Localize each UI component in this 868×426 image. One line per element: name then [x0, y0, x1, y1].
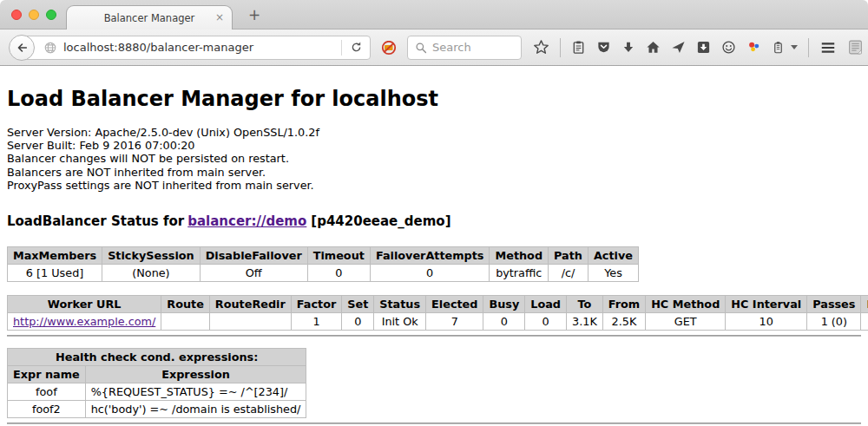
reload-icon	[350, 41, 363, 54]
worker-url-link[interactable]: http://www.example.com/	[13, 315, 155, 328]
table-cell: foof	[8, 383, 86, 400]
column-header: Path	[549, 246, 589, 264]
window-controls	[11, 10, 56, 20]
table-cell: 2.5K	[602, 312, 645, 330]
globe-icon	[43, 41, 57, 55]
tab-title: Balancer Manager	[104, 12, 195, 24]
health-check-title: Health check cond. expressions:	[8, 348, 306, 365]
table-cell: http://www.example.com/	[8, 312, 161, 330]
toolbar-separator	[560, 38, 561, 57]
recent-pages-button[interactable]	[847, 39, 864, 56]
heading-prefix: LoadBalancer Status for	[7, 213, 184, 229]
search-input[interactable]	[432, 41, 510, 54]
address-bar[interactable]	[23, 36, 371, 60]
back-icon	[15, 41, 29, 55]
column-header: Elected	[426, 295, 483, 312]
worker-table-header-row: Worker URL Route RouteRedir Factor Set S…	[8, 295, 868, 312]
table-cell: /c/	[549, 264, 589, 281]
feedback-button[interactable]	[721, 40, 736, 55]
worker-table-row: http://www.example.com/ 1 0 Init Ok 7 0 …	[8, 312, 868, 330]
section-divider	[7, 335, 861, 337]
table-cell: (None)	[102, 264, 201, 281]
container-button[interactable]	[772, 40, 785, 55]
column-header: Set	[342, 295, 374, 312]
table-cell: Off	[200, 264, 307, 281]
table-cell: hc('body') =~ /domain is established/	[85, 400, 306, 417]
search-icon	[415, 42, 427, 54]
pocket-button[interactable]	[596, 40, 611, 55]
downloads-button[interactable]	[621, 41, 635, 55]
toolbar-separator	[808, 38, 809, 57]
column-header: Active	[588, 246, 638, 264]
table-cell: 0	[525, 312, 567, 330]
balancer-status-heading: LoadBalancer Status forbalancer://demo[p…	[7, 213, 861, 229]
zoom-window-button[interactable]	[46, 10, 56, 20]
plugin-blocked-button[interactable]	[380, 39, 398, 56]
back-button[interactable]	[9, 35, 35, 61]
tab-close-icon[interactable]: ×	[215, 11, 224, 23]
balancer-link[interactable]: balancer://demo	[187, 213, 306, 229]
persist-notice-line: Balancer changes will NOT be persisted o…	[7, 152, 861, 165]
new-tab-button[interactable]: +	[243, 4, 266, 25]
save-page-icon	[696, 40, 711, 55]
column-header: FailoverAttempts	[370, 246, 490, 264]
table-cell: 2 (0)	[861, 312, 868, 330]
inherit-notice-line: Balancers are NOT inherited from main se…	[7, 166, 861, 179]
column-header: Load	[525, 295, 567, 312]
page-bottom-divider	[7, 423, 861, 424]
send-tab-icon	[671, 40, 686, 55]
table-cell: bytraffic	[490, 264, 549, 281]
column-header: Route	[161, 295, 210, 312]
bookmark-button[interactable]	[533, 39, 549, 56]
menu-button[interactable]	[819, 39, 837, 56]
close-window-button[interactable]	[11, 10, 22, 20]
container-icon	[772, 40, 785, 55]
recent-pages-icon	[847, 39, 864, 56]
colors-extension-icon	[746, 40, 761, 55]
table-cell: %{REQUEST_STATUS} =~ /^[234]/	[85, 383, 306, 400]
column-header: Expression	[85, 365, 306, 383]
dropdown-caret-icon[interactable]	[791, 45, 798, 49]
table-cell: 10	[726, 312, 807, 330]
server-built-line: Server Built: Feb 9 2016 07:00:20	[7, 139, 861, 152]
worker-table: Worker URL Route RouteRedir Factor Set S…	[7, 295, 868, 331]
reload-button[interactable]	[348, 39, 365, 56]
health-check-header-row: Expr name Expression	[8, 365, 306, 383]
pocket-icon	[596, 40, 611, 55]
health-check-row: foof %{REQUEST_STATUS} =~ /^[234]/	[8, 383, 306, 400]
column-header: From	[602, 295, 645, 312]
table-cell: 0	[342, 312, 374, 330]
downloads-icon	[621, 41, 635, 55]
table-cell: 0	[483, 312, 525, 330]
balancer-table-header-row: MaxMembers StickySession DisableFailover…	[8, 246, 639, 264]
column-header: Factor	[291, 295, 341, 312]
table-cell: 0	[307, 264, 370, 281]
health-check-row: foof2 hc('body') =~ /domain is establish…	[8, 400, 306, 417]
column-header: MaxMembers	[8, 246, 102, 264]
bookmarks-menu-button[interactable]	[571, 40, 586, 55]
table-cell: 7	[426, 312, 483, 330]
column-header: Expr name	[8, 365, 86, 383]
table-cell: Yes	[588, 264, 638, 281]
bookmarks-clipboard-icon	[571, 40, 586, 55]
table-cell: foof2	[8, 400, 86, 417]
column-header: HC Interval	[726, 295, 807, 312]
table-cell	[209, 312, 291, 330]
url-input[interactable]	[63, 41, 335, 54]
health-check-title-row: Health check cond. expressions:	[8, 348, 306, 365]
table-cell: 1	[291, 312, 341, 330]
send-tab-button[interactable]	[671, 40, 686, 55]
minimize-window-button[interactable]	[29, 10, 39, 20]
plugin-blocked-icon	[380, 39, 398, 56]
search-bar[interactable]	[407, 36, 522, 60]
table-cell: Init Ok	[374, 312, 426, 330]
health-check-table: Health check cond. expressions: Expr nam…	[7, 348, 306, 418]
home-button[interactable]	[646, 40, 661, 55]
tab-balancer-manager[interactable]: Balancer Manager ×	[66, 5, 233, 29]
colors-extension-button[interactable]	[746, 40, 761, 55]
column-header: To	[567, 295, 603, 312]
save-page-button[interactable]	[696, 40, 711, 55]
table-cell: GET	[646, 312, 726, 330]
browser-window: Balancer Manager × +	[0, 0, 868, 426]
column-header: Fails	[861, 295, 868, 312]
